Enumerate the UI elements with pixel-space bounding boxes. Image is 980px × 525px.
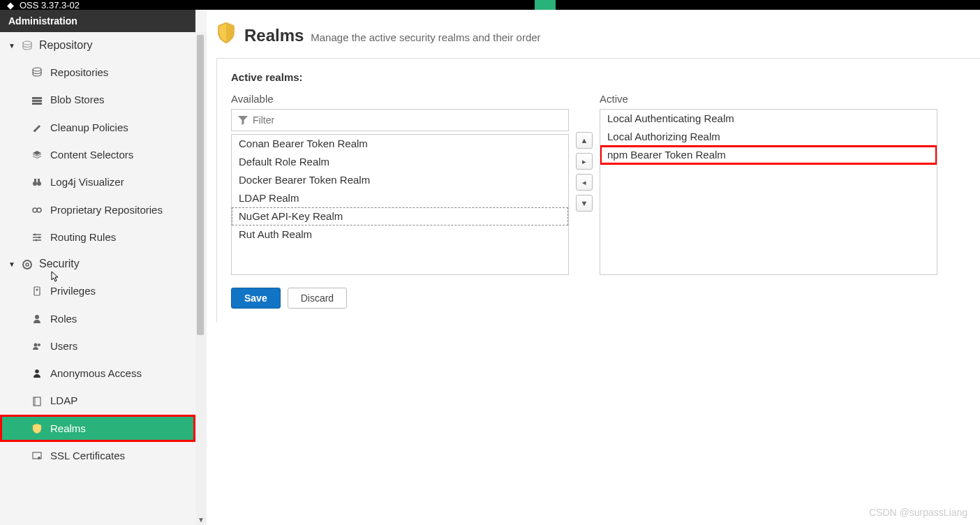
user-role-icon — [31, 312, 43, 324]
filter-box[interactable] — [231, 109, 569, 131]
svg-point-1 — [33, 68, 41, 71]
sidebar-item-label: Realms — [50, 422, 86, 434]
sidebar-item-anonymous-access[interactable]: Anonymous Access — [0, 360, 195, 387]
shield-icon — [31, 422, 43, 434]
svg-point-15 — [26, 263, 29, 266]
section-icon — [21, 39, 34, 52]
move-up-button[interactable]: ▲ — [576, 132, 593, 149]
watermark-text: CSDN @surpassLiang — [869, 507, 967, 518]
scroll-down-icon[interactable]: ▼ — [198, 517, 205, 524]
section-title: Active realms: — [231, 71, 966, 83]
sidebar-item-blob-stores[interactable]: Blob Stores — [0, 86, 195, 113]
admin-header-label: Administration — [8, 15, 77, 27]
page-header: Realms Manage the active security realms… — [207, 10, 980, 58]
section-icon — [21, 258, 34, 270]
sidebar-item-users[interactable]: Users — [0, 332, 195, 360]
sidebar-scrollbar[interactable]: ▲ ▼ — [195, 32, 207, 525]
svg-point-9 — [33, 208, 37, 212]
svg-point-14 — [23, 260, 31, 269]
top-bar: ◆ OSS 3.37.3-02 — [0, 0, 980, 10]
svg-rect-3 — [32, 100, 42, 102]
cubes-icon — [31, 94, 43, 105]
discard-button[interactable]: Discard — [288, 288, 347, 309]
page-description: Manage the active security realms and th… — [311, 31, 540, 43]
available-option[interactable]: Docker Bearer Token Realm — [232, 171, 568, 189]
svg-rect-8 — [38, 179, 40, 182]
sidebar-item-label: Anonymous Access — [50, 367, 142, 379]
sidebar-item-log4j-visualizer[interactable]: Log4j Visualizer — [0, 168, 195, 195]
active-option[interactable]: Local Authorizing Realm — [600, 128, 937, 146]
sidebar-item-label: Proprietary Repositories — [50, 204, 163, 216]
svg-rect-16 — [34, 287, 40, 295]
svg-rect-7 — [34, 179, 36, 182]
layers-icon — [31, 149, 43, 161]
sidebar-item-roles[interactable]: Roles — [0, 304, 195, 332]
sidebar-item-cleanup-policies[interactable]: Cleanup Policies — [0, 114, 195, 141]
scroll-thumb[interactable] — [197, 35, 204, 335]
sidebar-item-label: Blob Stores — [50, 94, 105, 105]
sidebar-item-label: Routing Rules — [50, 231, 116, 243]
section-label: Security — [39, 258, 80, 270]
svg-point-10 — [37, 208, 41, 212]
move-down-button[interactable]: ▼ — [576, 195, 593, 212]
available-option[interactable]: Conan Bearer Token Realm — [232, 135, 568, 153]
move-right-button[interactable]: ▸ — [576, 153, 593, 170]
sidebar-item-label: Log4j Visualizer — [50, 176, 124, 188]
sidebar-section-repository[interactable]: ▼Repository — [0, 32, 195, 59]
section-label: Repository — [39, 39, 92, 52]
filter-input[interactable] — [253, 114, 563, 126]
svg-point-20 — [38, 343, 40, 346]
sidebar-item-privileges[interactable]: Privileges — [0, 277, 195, 304]
available-option[interactable]: LDAP Realm — [232, 189, 568, 207]
svg-rect-4 — [32, 103, 42, 105]
sidebar-item-realms[interactable]: Realms — [0, 415, 195, 442]
save-button[interactable]: Save — [231, 288, 281, 309]
available-label: Available — [231, 93, 569, 105]
available-listbox[interactable]: Conan Bearer Token RealmDefault Role Rea… — [231, 134, 569, 275]
binoculars-icon — [31, 176, 43, 188]
sidebar: Administration ▼RepositoryRepositoriesBl… — [0, 10, 207, 525]
svg-point-13 — [36, 239, 38, 242]
svg-point-21 — [35, 369, 39, 374]
book-icon — [31, 394, 43, 406]
logo-icon: ◆ — [7, 0, 14, 10]
badge-icon — [31, 285, 43, 297]
sidebar-item-ldap[interactable]: LDAP — [0, 387, 195, 414]
sidebar-item-label: Users — [50, 340, 77, 352]
shield-icon — [216, 22, 236, 48]
caret-down-icon: ▼ — [8, 42, 15, 50]
svg-point-18 — [35, 315, 39, 319]
active-option[interactable]: Local Authenticating Realm — [600, 110, 937, 128]
sliders-icon — [31, 231, 43, 243]
database-icon — [31, 66, 43, 78]
available-option[interactable]: Rut Auth Realm — [232, 225, 568, 244]
available-option[interactable]: Default Role Realm — [232, 153, 568, 171]
realms-panel: Active realms: Available Conan Bearer To… — [216, 58, 980, 323]
content-area: Realms Manage the active security realms… — [207, 10, 980, 525]
sidebar-item-label: Privileges — [50, 285, 96, 297]
active-listbox[interactable]: Local Authenticating RealmLocal Authoriz… — [600, 109, 937, 275]
svg-point-17 — [36, 289, 38, 291]
version-text: OSS 3.37.3-02 — [20, 0, 80, 10]
filter-icon — [237, 114, 248, 126]
brush-icon — [31, 121, 43, 133]
move-left-button[interactable]: ◂ — [576, 174, 593, 191]
certificate-icon — [31, 450, 43, 461]
sidebar-item-content-selectors[interactable]: Content Selectors — [0, 141, 195, 168]
sidebar-item-label: Cleanup Policies — [50, 121, 128, 133]
svg-point-12 — [38, 237, 40, 239]
admin-header: Administration — [0, 10, 195, 32]
transfer-buttons: ▲ ▸ ◂ ▼ — [576, 132, 593, 212]
active-label: Active — [600, 93, 937, 105]
sidebar-item-repositories[interactable]: Repositories — [0, 59, 195, 86]
active-option[interactable]: npm Bearer Token Realm — [600, 146, 937, 164]
sidebar-item-ssl-certificates[interactable]: SSL Certificates — [0, 442, 195, 469]
svg-rect-2 — [32, 97, 42, 99]
sidebar-item-routing-rules[interactable]: Routing Rules — [0, 223, 195, 251]
sidebar-item-label: Content Selectors — [50, 149, 133, 161]
active-column: Active Local Authenticating RealmLocal A… — [600, 93, 937, 275]
available-option[interactable]: NuGet API-Key Realm — [232, 207, 568, 225]
sidebar-section-security[interactable]: ▼Security — [0, 251, 195, 277]
sidebar-item-proprietary-repositories[interactable]: Proprietary Repositories — [0, 195, 195, 223]
link-icon — [31, 203, 43, 215]
